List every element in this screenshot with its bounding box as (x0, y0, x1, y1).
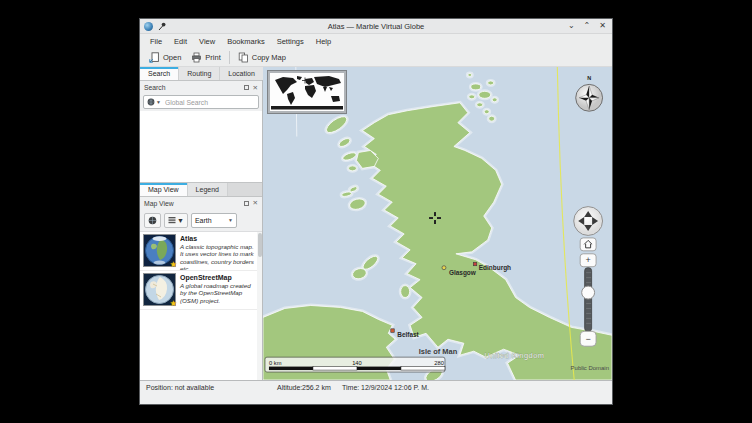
search-dock-buttons: ✕ (244, 85, 258, 91)
search-input[interactable] (163, 98, 255, 107)
chevron-down-icon: ▼ (177, 217, 184, 224)
window-title: Atlas — Marble Virtual Globe (140, 22, 612, 31)
plus-icon: + (586, 255, 591, 265)
list-view-icon (168, 216, 176, 224)
home-button[interactable] (580, 238, 596, 251)
map-viewport[interactable]: Glasgow Edinburgh Belfast Isle of Man Un… (263, 67, 612, 380)
status-bar: Position: not available Altitude: 256.2 … (140, 380, 612, 404)
minus-icon: − (586, 334, 591, 344)
glasgow-label: Glasgow (449, 269, 477, 277)
altitude-value: 256.2 km (302, 384, 331, 391)
float-panel-icon[interactable] (244, 201, 249, 206)
title-bar[interactable]: Atlas — Marble Virtual Globe ⌄ ⌃ ✕ (140, 19, 612, 34)
menu-settings[interactable]: Settings (271, 37, 310, 46)
open-label: Open (163, 53, 181, 62)
menu-help[interactable]: Help (310, 37, 337, 46)
theme-description: coastlines, country borders etc. (180, 258, 254, 271)
compass-north-label: N (587, 75, 591, 81)
scale-start-label: 0 km (269, 360, 282, 366)
window-controls: ⌄ ⌃ ✕ (568, 22, 606, 30)
close-panel-icon[interactable]: ✕ (253, 200, 258, 206)
close-panel-icon[interactable]: ✕ (253, 85, 258, 91)
chevron-down-icon: ▼ (228, 217, 233, 223)
zoom-out-button[interactable]: − (580, 331, 596, 346)
atlas-thumbnail: ★ (143, 234, 176, 267)
tab-search[interactable]: Search (140, 67, 179, 80)
mapview-dock-header: Map View ✕ (140, 197, 262, 210)
menu-bar: File Edit View Bookmarks Settings Help (140, 34, 612, 49)
menu-view[interactable]: View (193, 37, 221, 46)
belfast-label: Belfast (397, 331, 419, 338)
search-results-area[interactable] (140, 111, 262, 183)
marble-window: Atlas — Marble Virtual Globe ⌄ ⌃ ✕ File … (139, 18, 613, 405)
theme-list-scrollbar[interactable] (257, 232, 262, 381)
copy-map-label: Copy Map (252, 53, 286, 62)
open-button[interactable]: Open (144, 50, 186, 66)
menu-edit[interactable]: Edit (168, 37, 193, 46)
globe-icon (148, 216, 157, 225)
zoom-in-button[interactable]: + (580, 254, 596, 267)
united-kingdom-label: United Kingdom (485, 351, 545, 360)
scrollbar-thumb[interactable] (258, 233, 262, 257)
osm-text: OpenStreetMap A global roadmap created b… (180, 273, 254, 307)
search-dock-title: Search (144, 84, 166, 91)
overview-map[interactable] (268, 71, 346, 113)
chevron-down-icon[interactable]: ▼ (156, 99, 161, 105)
scale-middle-label: 140 (352, 360, 362, 366)
main-content: Search Routing Location Search ✕ ▼ (140, 67, 612, 380)
mapview-controls: ▼ Earth ▼ (140, 210, 262, 231)
edinburgh-marker[interactable] (473, 262, 476, 265)
mapview-dock-title: Map View (144, 200, 174, 207)
celestial-body-value: Earth (195, 217, 212, 224)
zoom-slider-handle[interactable] (582, 286, 595, 299)
global-search-field[interactable]: ▼ (143, 95, 259, 109)
glasgow-marker[interactable] (442, 266, 446, 270)
globe-search-icon (147, 98, 155, 106)
position-status: Position: not available (146, 384, 214, 391)
mapview-dock-buttons: ✕ (244, 200, 258, 206)
tab-routing[interactable]: Routing (179, 67, 220, 80)
print-button[interactable]: Print (186, 50, 225, 66)
theme-item-atlas[interactable]: ★ Atlas A classic topographic map. It us… (140, 232, 262, 271)
celestial-body-button[interactable] (144, 213, 161, 228)
view-mode-button[interactable]: ▼ (164, 213, 188, 228)
desktop-background: { "window": { "title": "Atlas — Marble V… (0, 0, 752, 423)
maximize-button[interactable]: ⌃ (584, 22, 591, 30)
belfast-marker[interactable] (391, 329, 394, 332)
time-value: 12/9/2024 12:06 P. M. (361, 384, 429, 391)
navigation-dpad[interactable] (574, 207, 603, 236)
close-button[interactable]: ✕ (599, 22, 606, 30)
tab-map-view[interactable]: Map View (140, 183, 188, 196)
theme-item-openstreetmap[interactable]: ★ OpenStreetMap A global roadmap created… (140, 271, 262, 310)
open-document-icon (149, 52, 160, 63)
menu-file[interactable]: File (144, 37, 168, 46)
theme-description: A classic topographic map. (180, 243, 254, 250)
isle-of-man-label: Isle of Man (419, 347, 458, 356)
theme-name: Atlas (180, 235, 254, 242)
atlas-text: Atlas A classic topographic map. It uses… (180, 234, 254, 268)
world-overview-icon (270, 73, 344, 111)
attribution-label: Public Domain (571, 365, 609, 371)
favorite-star-icon: ★ (170, 260, 177, 269)
time-label: Time: (342, 384, 359, 391)
edinburgh-label: Edinburgh (479, 264, 511, 272)
sidebar: Search Routing Location Search ✕ ▼ (140, 67, 263, 380)
osm-thumbnail: ★ (143, 273, 176, 306)
float-panel-icon[interactable] (244, 85, 249, 90)
favorite-star-icon: ★ (170, 299, 177, 308)
minimize-button[interactable]: ⌄ (568, 22, 575, 30)
tab-location[interactable]: Location (220, 67, 263, 80)
toolbar-separator (229, 51, 230, 64)
search-dock-header: Search ✕ (140, 81, 262, 94)
copy-map-button[interactable]: Copy Map (233, 50, 291, 66)
map-theme-list: ★ Atlas A classic topographic map. It us… (140, 231, 262, 381)
theme-description: It uses vector lines to mark (180, 250, 254, 257)
tab-legend[interactable]: Legend (188, 183, 228, 196)
theme-description: A global roadmap created by the OpenStre… (180, 282, 254, 304)
menu-bookmarks[interactable]: Bookmarks (221, 37, 271, 46)
celestial-body-select[interactable]: Earth ▼ (191, 213, 237, 228)
print-label: Print (205, 53, 220, 62)
altitude-label: Altitude: (277, 384, 302, 391)
sidebar-bottom-tabbar: Map View Legend (140, 183, 262, 197)
sidebar-top-tabbar: Search Routing Location (140, 67, 262, 81)
